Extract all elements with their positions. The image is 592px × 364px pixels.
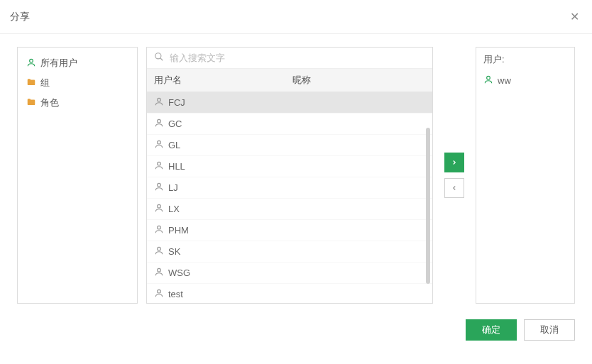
search-input[interactable] [170,53,425,63]
nickname-cell [285,199,432,219]
username-cell: PHM [168,225,189,236]
sidebar-item-0[interactable]: 所有用户 [22,53,133,73]
user-list-panel: 用户名 昵称 FCJGCGLHLLLJLXPHMSKWSGtestwwHH [146,47,433,304]
user-icon [154,139,164,151]
scrollbar-thumb[interactable] [426,128,430,284]
svg-point-14 [487,76,490,79]
category-panel: 所有用户组角色 [17,47,138,304]
sidebar-item-2[interactable]: 角色 [22,93,133,113]
svg-point-0 [30,59,33,62]
sidebar-item-label: 组 [40,77,50,89]
search-icon [154,52,164,64]
svg-point-11 [158,268,161,272]
username-cell: SK [168,246,180,257]
user-icon [483,75,493,87]
table-row[interactable]: PHM [147,220,432,241]
user-icon [154,203,164,215]
user-icon [154,224,164,236]
selected-item-label: ww [498,75,511,86]
svg-point-5 [158,140,161,144]
close-icon[interactable]: ✕ [567,7,582,26]
svg-point-9 [158,226,161,229]
svg-point-7 [158,183,161,187]
nickname-cell [285,263,432,283]
user-icon [154,246,164,258]
svg-point-10 [158,247,161,250]
nickname-cell [285,220,432,241]
username-cell: LJ [168,182,178,193]
nickname-cell [285,284,432,303]
column-header-nickname: 昵称 [285,69,432,92]
add-button[interactable] [444,153,464,172]
user-icon [154,96,164,109]
dialog-title: 分享 [10,11,30,23]
column-header-username: 用户名 [147,69,285,92]
table-row[interactable]: GC [147,114,432,135]
table-row[interactable]: GL [147,135,432,156]
user-icon [154,288,164,300]
remove-button[interactable] [444,178,464,198]
username-cell: FCJ [168,97,185,108]
table-row[interactable]: SK [147,241,432,263]
svg-line-2 [160,58,163,61]
folder-icon [26,97,36,109]
table-row[interactable]: WSG [147,263,432,284]
nickname-cell [285,156,432,177]
username-cell: WSG [168,268,190,278]
selected-panel: 用户: ww [476,47,575,304]
user-icon [154,118,164,130]
username-cell: LX [168,204,180,214]
ok-button[interactable]: 确定 [466,319,517,341]
sidebar-item-1[interactable]: 组 [22,73,133,93]
nickname-cell [285,177,432,198]
username-cell: GL [168,140,180,150]
svg-point-12 [158,289,161,293]
user-icon [154,160,164,172]
username-cell: test [168,289,183,299]
table-row[interactable]: HLL [147,156,432,177]
nickname-cell [285,92,432,113]
svg-point-4 [158,119,161,123]
table-row[interactable]: test [147,284,432,303]
nickname-cell [285,114,432,134]
selected-item[interactable]: ww [482,72,569,89]
svg-point-8 [158,204,161,208]
svg-point-3 [158,98,161,101]
username-cell: GC [168,118,182,129]
table-row[interactable]: LJ [147,177,432,199]
svg-point-1 [155,53,161,59]
user-icon [26,57,36,70]
cancel-button[interactable]: 取消 [524,319,575,341]
folder-icon [26,77,36,89]
sidebar-item-label: 所有用户 [40,57,77,70]
sidebar-item-label: 角色 [40,96,59,109]
username-cell: HLL [168,161,185,172]
table-row[interactable]: FCJ [147,92,432,114]
user-icon [154,267,164,279]
selected-panel-title: 用户: [482,53,569,72]
user-icon [154,182,164,194]
nickname-cell [285,135,432,155]
svg-point-6 [158,162,161,165]
table-row[interactable]: LX [147,199,432,220]
nickname-cell [285,241,432,262]
